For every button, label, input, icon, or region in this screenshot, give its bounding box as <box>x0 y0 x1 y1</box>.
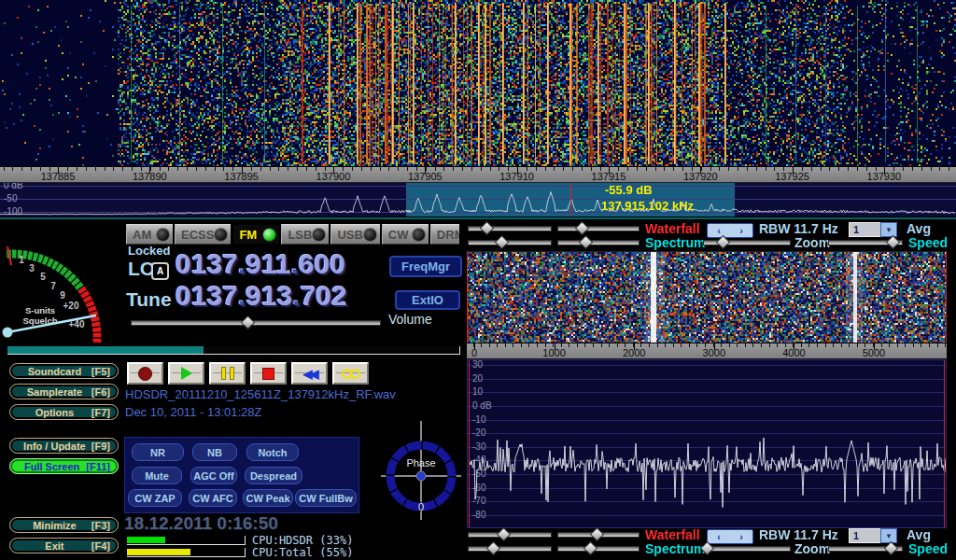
waterfall-contrast-slider-thumb[interactable] <box>575 221 590 236</box>
spectrum-contrast-slider-thumb[interactable] <box>583 541 598 556</box>
zoom-label: Zoom <box>794 235 830 250</box>
extio-button[interactable]: ExtIO <box>395 290 460 310</box>
waterfall-tab[interactable]: Waterfall <box>645 221 700 236</box>
spectrum-brightness-slider[interactable] <box>468 237 552 248</box>
spectrum-contrast-slider[interactable] <box>557 543 640 554</box>
freqmgr-button[interactable]: FreqMgr <box>389 256 462 277</box>
waterfall-brightness-slider-thumb[interactable] <box>497 527 512 542</box>
zoom-slider[interactable] <box>703 543 791 554</box>
menu-options-button[interactable]: Options[F7] <box>9 404 119 420</box>
dsp-mute-button[interactable]: Mute <box>132 467 182 484</box>
dsp-agc-off-button[interactable]: AGC Off <box>190 467 237 484</box>
main-spectrum-display[interactable]: 0 dB-50-100 -55.9 dB 137.915.102 kHz <box>0 183 956 217</box>
spectrum-contrast-slider-thumb[interactable] <box>579 235 594 250</box>
spectrum-brightness-slider-thumb[interactable] <box>486 541 501 556</box>
display-controls-bottom: Waterfall‹›RBW 11.7 Hz1▾AvgSpectrumZoomS… <box>462 529 956 555</box>
avg-dropdown[interactable]: 1▾ <box>849 222 897 237</box>
playback-progress-bar[interactable] <box>7 346 460 355</box>
freq-tick-label: 137920 <box>672 171 728 182</box>
zoom-slider[interactable] <box>703 237 791 248</box>
mode-usb-button[interactable]: USB <box>330 224 379 245</box>
mode-am-button[interactable]: AM <box>126 224 173 245</box>
tune-cursor[interactable] <box>570 183 571 217</box>
spinner-right-arrow-icon[interactable]: › <box>739 226 743 236</box>
waterfall-contrast-slider-thumb[interactable] <box>590 527 605 542</box>
phase-indicator: Phase 0 <box>378 418 464 523</box>
lo-lock-button[interactable]: A <box>151 262 169 280</box>
frequency-ruler[interactable]: 1378851378901378951379001379051379101379… <box>0 166 956 183</box>
dsp-cw-afc-button[interactable]: CW AFC <box>189 489 237 507</box>
rewind-button[interactable]: ◀◀ <box>291 362 328 385</box>
freq-tick-label: 137905 <box>397 171 453 182</box>
spinner-left-arrow-icon[interactable]: ‹ <box>717 226 721 236</box>
mode-drm-button[interactable]: DRM <box>430 224 459 245</box>
s-meter[interactable]: 13579+20+40 S-units Squelch <box>0 228 121 347</box>
spectrum-tab[interactable]: Spectrum <box>645 235 706 250</box>
dsp-cw-peak-button[interactable]: CW Peak <box>243 489 293 507</box>
spectrum-brightness-slider-track[interactable] <box>468 546 552 552</box>
menu-full-screen-button[interactable]: Full Screen[F11] <box>9 458 119 474</box>
speed-slider[interactable] <box>828 237 903 248</box>
spectrum-contrast-slider-track[interactable] <box>557 240 640 245</box>
waterfall-brightness-slider-thumb[interactable] <box>480 221 495 236</box>
waterfall-brightness-slider[interactable] <box>468 223 552 234</box>
record-button[interactable] <box>127 362 163 385</box>
play-button[interactable] <box>168 362 204 385</box>
waterfall-contrast-slider[interactable] <box>557 223 640 234</box>
zoom-frequency-ruler[interactable]: 010002000300040005000 <box>467 343 947 359</box>
waterfall-tab[interactable]: Waterfall <box>645 527 700 542</box>
s-units-label: S-units <box>25 305 55 315</box>
loop-button[interactable] <box>332 362 369 385</box>
signal-level-readout: -55.9 dB <box>605 183 653 197</box>
main-waterfall-display[interactable] <box>0 0 956 166</box>
stop-button[interactable] <box>250 362 287 385</box>
dsp-nr-button[interactable]: NR <box>132 443 184 461</box>
volume-slider-track[interactable] <box>131 320 381 326</box>
speed-slider-thumb[interactable] <box>884 541 899 556</box>
spectrum-contrast-slider-track[interactable] <box>557 546 640 552</box>
zoom-waterfall-display[interactable] <box>467 251 947 343</box>
ruler-tick <box>931 167 932 171</box>
dsp-cw-fullbw-button[interactable]: CW FullBw <box>295 489 357 507</box>
spectrum-contrast-slider[interactable] <box>557 237 640 248</box>
pause-button[interactable] <box>209 362 246 385</box>
spectrum-brightness-slider-thumb[interactable] <box>495 235 510 250</box>
volume-slider-thumb[interactable] <box>241 315 256 330</box>
mode-lsb-button[interactable]: LSB <box>281 224 329 245</box>
zoom-slider-track[interactable] <box>703 546 791 552</box>
mode-cw-button[interactable]: CW <box>382 224 429 245</box>
zoom-slider-thumb[interactable] <box>700 541 715 556</box>
menu-soundcard-button[interactable]: Soundcard[F5] <box>9 363 119 379</box>
dsp-notch-button[interactable]: Notch <box>246 443 299 461</box>
spinner-left-arrow-icon[interactable]: ‹ <box>717 532 721 542</box>
spectrum-brightness-slider-track[interactable] <box>468 240 552 245</box>
volume-slider[interactable] <box>131 317 381 329</box>
zoom-slider-thumb[interactable] <box>716 235 731 250</box>
menu-minimize-button[interactable]: Minimize[F3] <box>9 517 119 533</box>
squelch-needle-pivot[interactable] <box>3 328 13 338</box>
waterfall-brightness-slider[interactable] <box>468 529 552 540</box>
chevron-down-icon[interactable]: ▾ <box>880 222 897 237</box>
zoom-passband-left <box>469 360 470 528</box>
lo-frequency[interactable]: 0137.911.600 <box>176 248 345 280</box>
menu-exit-button[interactable]: Exit[F4] <box>9 538 119 553</box>
spectrum-brightness-slider[interactable] <box>468 543 552 554</box>
tune-frequency[interactable]: 0137.913.702 <box>176 280 347 312</box>
menu-samplerate-button[interactable]: Samplerate[F6] <box>9 384 119 399</box>
rbw-spinner[interactable]: ‹› <box>707 223 753 238</box>
dsp-despread-button[interactable]: Despread <box>245 467 302 484</box>
speed-slider[interactable] <box>828 543 903 554</box>
waterfall-contrast-slider[interactable] <box>557 529 640 540</box>
zoom-spectrum-display[interactable]: 3020100 dB-10-20-30-40-50-60-70-80 <box>467 359 947 528</box>
dsp-nb-button[interactable]: NB <box>192 443 237 461</box>
dsp-cw-zap-button[interactable]: CW ZAP <box>128 489 182 507</box>
rbw-spinner[interactable]: ‹› <box>707 529 753 544</box>
waterfall-contrast-slider-track[interactable] <box>557 226 640 231</box>
mode-ecss-button[interactable]: ECSS <box>175 224 231 245</box>
spectrum-tab[interactable]: Spectrum <box>645 541 706 556</box>
speed-slider-thumb[interactable] <box>886 235 901 250</box>
menu-info-update-button[interactable]: Info / Update[F9] <box>9 438 119 454</box>
chevron-down-icon[interactable]: ▾ <box>880 528 897 543</box>
spinner-right-arrow-icon[interactable]: › <box>739 532 743 542</box>
mode-fm-button[interactable]: FM <box>232 224 279 245</box>
